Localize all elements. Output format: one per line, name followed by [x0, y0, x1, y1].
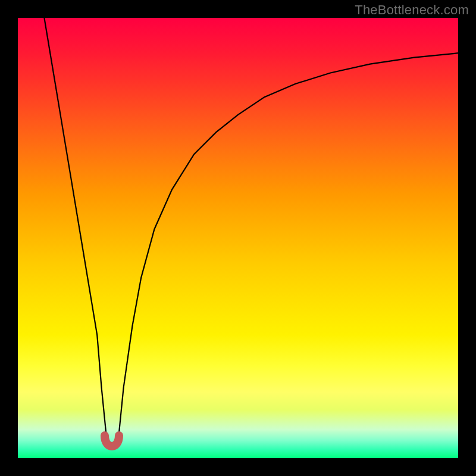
- curve-path: [44, 18, 458, 445]
- watermark-text: TheBottleneck.com: [355, 2, 469, 18]
- optimal-point-marker: [105, 436, 119, 446]
- bottleneck-curve: [18, 18, 458, 458]
- chart-frame: TheBottleneck.com: [0, 0, 476, 476]
- plot-area: [18, 18, 458, 458]
